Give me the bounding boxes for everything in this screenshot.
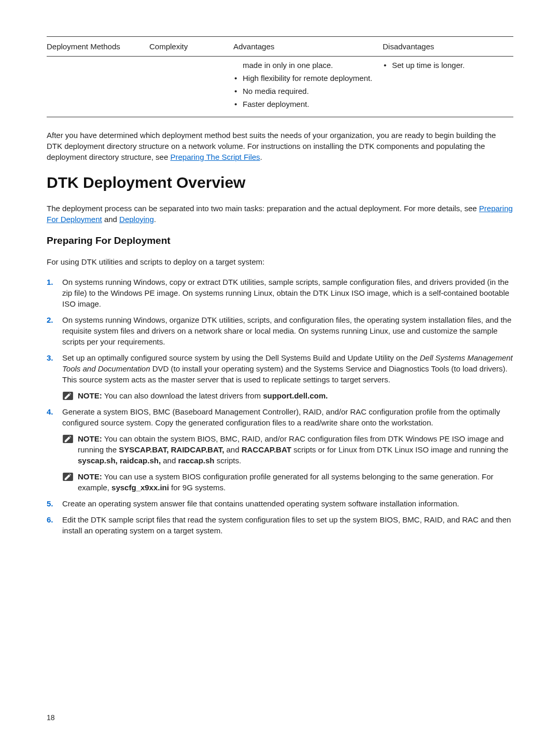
th-complexity: Complexity [149,37,233,57]
steps-list: 1. On systems running Windows, copy or e… [47,277,513,536]
step-1: 1. On systems running Windows, copy or e… [47,277,513,309]
n1c: and [224,445,241,454]
n1bold4: raccap.sh [178,456,214,465]
step-5: 5. Create an operating system answer fil… [47,498,513,509]
n1bold1: SYSCAP.BAT, RAIDCAP.BAT, [119,445,224,454]
note-icon [62,434,74,444]
page-number: 18 [47,713,55,723]
step-text: Create an operating system answer file t… [62,499,459,508]
prep-intro: For using DTK utilities and scripts to d… [47,256,513,267]
note-label: NOTE: [78,391,104,400]
intro-text: After you have determined which deployme… [47,131,496,161]
deployment-table: Deployment Methods Complexity Advantages… [47,36,513,117]
note-text: NOTE: You can also download the latest d… [78,390,513,401]
step3-a: Set up an optimally configured source sy… [62,353,420,362]
note-block: NOTE: You can obtain the system BIOS, BM… [62,433,513,466]
step-text: Edit the DTK sample script files that re… [62,515,511,535]
note-body: You can also download the latest drivers… [104,391,263,400]
step-number: 5. [47,498,53,509]
n2c: for 9G systems. [169,483,226,492]
note-label: NOTE: [78,472,104,481]
step-number: 2. [47,314,53,325]
step-text: On systems running Windows, copy or extr… [62,278,509,308]
adv-item: Faster deployment. [233,99,377,109]
note-label: NOTE: [78,434,104,443]
n1bold2: RACCAP.BAT [242,445,291,454]
n1bold3: syscap.sh, raidcap.sh, [78,456,161,465]
adv-item: No media required. [233,86,377,97]
step-3: 3. Set up an optimally configured source… [47,352,513,401]
step-text: Set up an optimally configured source sy… [62,353,513,384]
note-icon [62,472,74,481]
table-row: made in only in one place. High flexibil… [47,57,513,117]
th-methods: Deployment Methods [47,37,149,57]
n1d: scripts or for Linux from DTK Linux ISO … [291,445,509,454]
step-number: 1. [47,277,53,287]
deploying-link[interactable]: Deploying [119,215,154,224]
intro-end: . [260,153,262,161]
step-4: 4. Generate a system BIOS, BMC (Baseboar… [47,406,513,493]
page-title: DTK Deployment Overview [47,172,513,194]
th-advantages: Advantages [233,37,383,57]
step-number: 4. [47,406,53,417]
n1e: and [161,456,178,465]
step-text: Generate a system BIOS, BMC (Baseboard M… [62,407,500,427]
step-text: On systems running Windows, organize DTK… [62,315,511,346]
note-bold: support.dell.com. [263,391,328,400]
intro-paragraph: After you have determined which deployme… [47,130,513,162]
n2bold: syscfg_x9xx.ini [111,483,169,492]
note-text: NOTE: You can obtain the system BIOS, BM… [78,433,513,466]
disadv-item: Set up time is longer. [383,60,508,71]
th-disadvantages: Disadvantages [383,37,513,57]
note-icon [62,391,74,401]
preparing-script-files-link[interactable]: Preparing The Script Files [170,153,260,161]
overview-mid: and [102,215,119,224]
note-block: NOTE: You can also download the latest d… [62,390,513,401]
step-number: 3. [47,352,53,363]
adv-item: High flexibility for remote deployment. [233,73,377,84]
step-2: 2. On systems running Windows, organize … [47,314,513,347]
note-block: NOTE: You can use a system BIOS configur… [62,471,513,493]
n1f: scripts. [215,456,242,465]
step-number: 6. [47,514,53,525]
section-heading: Preparing For Deployment [47,234,513,248]
overview-paragraph: The deployment process can be separated … [47,203,513,225]
overview-text: The deployment process can be separated … [47,204,479,213]
adv-item: made in only in one place. [233,60,377,71]
step-6: 6. Edit the DTK sample script files that… [47,514,513,536]
note-text: NOTE: You can use a system BIOS configur… [78,471,513,493]
overview-end: . [154,215,156,224]
